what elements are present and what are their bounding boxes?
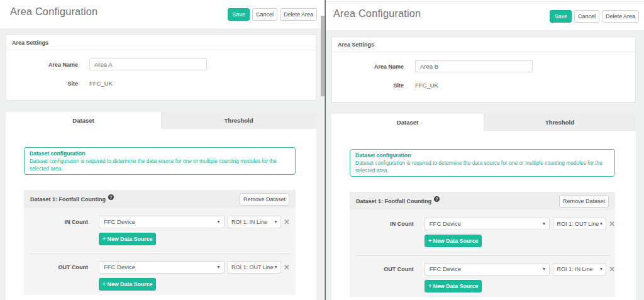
tab-threshold[interactable]: Threshold (161, 112, 316, 129)
area-name-label: Area Name (6, 62, 78, 68)
area-config-panel-left: Area Configuration Save Cancel Delete Ar… (0, 0, 325, 300)
remove-in-source-icon[interactable]: ✕ (609, 218, 615, 230)
site-value: FFC_UK (89, 77, 113, 89)
remove-dataset-button[interactable]: Remove Dataset (559, 195, 609, 208)
dataset-1-body: IN Count FFC Device▼ ROI 1: OUT Line▼ ✕ … (350, 210, 615, 297)
out-device-select[interactable]: FFC Device▼ (99, 261, 225, 274)
site-row: Site FFC_UK (332, 79, 635, 91)
page-header: Area Configuration Save Cancel Delete Ar… (326, 1, 644, 30)
delete-area-button[interactable]: Delete Area (280, 8, 317, 21)
remove-in-source-icon[interactable]: ✕ (284, 216, 290, 228)
cancel-button[interactable]: Cancel (252, 8, 277, 21)
dataset-configuration-note: Dataset configuration Dataset configurat… (24, 147, 296, 175)
area-settings-body: Area Name Site FFC_UK (332, 52, 635, 102)
in-count-row: IN Count FFC Device▼ ROI 1: OUT Line▼ ✕ (350, 218, 615, 230)
out-count-row: OUT Count FFC Device▼ ROI 1: OUT Line▼ ✕ (24, 261, 296, 274)
stage: Area Configuration Save Cancel Delete Ar… (0, 0, 644, 300)
chevron-down-icon: ▼ (216, 262, 221, 273)
new-data-source-button-out[interactable]: + New Data Source (99, 278, 156, 291)
save-button[interactable]: Save (550, 10, 572, 23)
area-settings-header: Area Settings (6, 35, 316, 50)
dataset-configuration-note-body: Dataset configuration is required to det… (30, 157, 291, 172)
out-device-value: FFC Device (104, 264, 135, 270)
dataset-configuration-note: Dataset configuration Dataset configurat… (350, 149, 615, 177)
area-settings-card: Area Settings Area Name Site FFC_UK (6, 35, 316, 101)
chevron-down-icon: ▼ (274, 262, 278, 273)
site-label: Site (6, 81, 78, 87)
page-body: Area Settings Area Name Site FFC_UK Data… (0, 28, 325, 300)
row-divider (30, 253, 290, 254)
area-name-label: Area Name (332, 64, 404, 70)
dataset-configuration-note-title: Dataset configuration (355, 152, 611, 159)
new-data-source-button-in[interactable]: + New Data Source (99, 233, 156, 245)
page-body: Area Settings Area Name Site FFC_UK Data… (326, 30, 644, 300)
header-actions: Save Cancel Delete Area (228, 8, 317, 21)
remove-dataset-button[interactable]: Remove Dataset (240, 193, 289, 206)
new-data-source-button-in[interactable]: + New Data Source (425, 235, 482, 247)
out-roi-value: ROI 1: IN Line (557, 266, 592, 272)
in-count-row: IN Count FFC Device▼ ROI 1: IN Line▼ ✕ (24, 216, 296, 228)
area-settings-card: Area Settings Area Name Site FFC_UK (331, 36, 636, 103)
chevron-down-icon: ▼ (599, 264, 603, 275)
site-value: FFC_UK (415, 79, 438, 91)
dataset-1-title: Dataset 1: Footfall Counting (30, 196, 106, 203)
site-label: Site (332, 82, 404, 89)
remove-out-source-icon[interactable]: ✕ (609, 263, 615, 275)
out-device-select[interactable]: FFC Device▼ (425, 263, 550, 275)
dataset-1-body: IN Count FFC Device▼ ROI 1: IN Line▼ ✕ +… (24, 208, 296, 295)
area-name-row: Area Name (332, 60, 635, 72)
dataset-configuration-note-body: Dataset configuration is required to det… (355, 159, 611, 174)
in-device-select[interactable]: FFC Device▼ (425, 218, 550, 230)
remove-out-source-icon[interactable]: ✕ (284, 261, 290, 274)
in-roi-select[interactable]: ROI 1: IN Line▼ (228, 216, 281, 228)
out-count-row: OUT Count FFC Device▼ ROI 1: IN Line▼ ✕ (350, 263, 615, 275)
out-device-value: FFC Device (430, 265, 461, 272)
save-button[interactable]: Save (228, 8, 250, 21)
area-settings-body: Area Name Site FFC_UK (6, 50, 316, 100)
page-header: Area Configuration Save Cancel Delete Ar… (0, 0, 325, 28)
in-roi-select[interactable]: ROI 1: OUT Line▼ (553, 218, 606, 230)
dataset-1-panel: Dataset 1: Footfall Counting ? Remove Da… (24, 190, 296, 295)
cancel-button[interactable]: Cancel (574, 10, 599, 23)
help-icon[interactable]: ? (108, 194, 114, 200)
tab-dataset[interactable]: Dataset (331, 114, 484, 131)
in-device-value: FFC Device (104, 218, 135, 225)
dataset-tab-content: Dataset configuration Dataset configurat… (331, 131, 636, 300)
dataset-1-title: Dataset 1: Footfall Counting (356, 198, 431, 204)
tab-dataset[interactable]: Dataset (6, 112, 161, 129)
dataset-1-header: Dataset 1: Footfall Counting ? Remove Da… (24, 190, 296, 208)
delete-area-button[interactable]: Delete Area (602, 10, 639, 23)
chevron-down-icon: ▼ (542, 264, 547, 275)
in-roi-value: ROI 1: IN Line (231, 219, 267, 225)
dataset-tab-content: Dataset configuration Dataset configurat… (6, 129, 316, 300)
new-data-source-button-out[interactable]: + New Data Source (425, 280, 482, 292)
chevron-down-icon: ▼ (216, 216, 221, 228)
help-icon[interactable]: ? (434, 196, 440, 202)
in-count-label: IN Count (350, 221, 414, 227)
area-settings-header: Area Settings (332, 37, 635, 52)
chevron-down-icon: ▼ (274, 216, 278, 228)
site-row: Site FFC_UK (6, 77, 316, 89)
in-device-select[interactable]: FFC Device▼ (99, 216, 225, 228)
out-roi-select[interactable]: ROI 1: OUT Line▼ (228, 261, 281, 274)
in-count-label: IN Count (24, 219, 88, 225)
out-roi-value: ROI 1: OUT Line (231, 264, 274, 270)
dataset-1-header: Dataset 1: Footfall Counting ? Remove Da… (350, 192, 615, 210)
dataset-configuration-note-title: Dataset configuration (30, 150, 291, 157)
page-title: Area Configuration (333, 6, 550, 21)
area-config-panel-right: Area Configuration Save Cancel Delete Ar… (326, 0, 644, 300)
area-name-input[interactable] (415, 60, 533, 72)
row-divider (356, 255, 609, 256)
chevron-down-icon: ▼ (599, 218, 603, 230)
in-roi-value: ROI 1: OUT Line (557, 221, 599, 227)
tab-threshold[interactable]: Threshold (484, 114, 636, 131)
tab-bar: Dataset Threshold (331, 114, 636, 131)
out-count-label: OUT Count (350, 266, 414, 272)
page-title: Area Configuration (10, 4, 228, 19)
out-roi-select[interactable]: ROI 1: IN Line▼ (553, 263, 606, 275)
area-name-row: Area Name (6, 58, 316, 70)
area-name-input[interactable] (89, 58, 207, 70)
in-device-value: FFC Device (430, 220, 461, 227)
dataset-1-panel: Dataset 1: Footfall Counting ? Remove Da… (350, 192, 615, 297)
chevron-down-icon: ▼ (542, 218, 547, 230)
